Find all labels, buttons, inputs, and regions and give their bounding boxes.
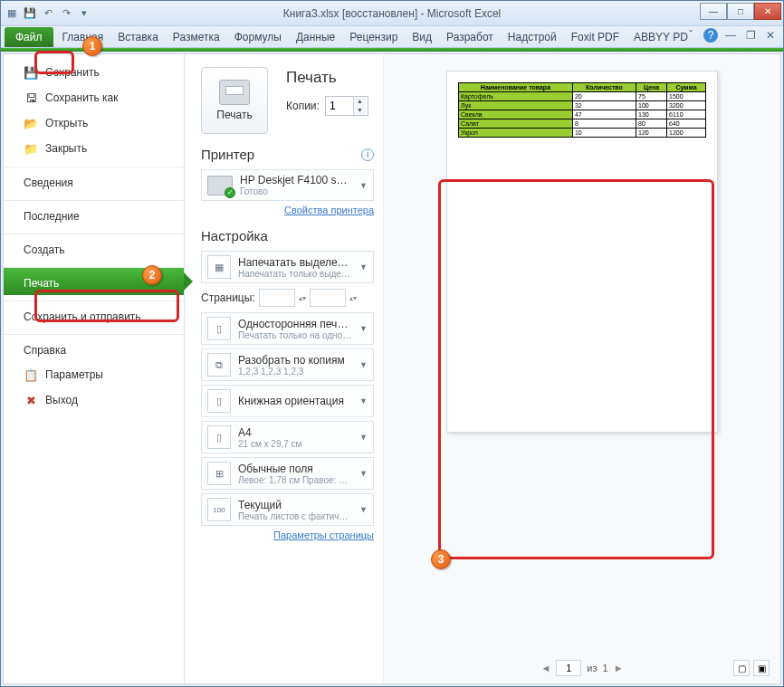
- help-icon[interactable]: ?: [703, 28, 718, 43]
- tab-home[interactable]: Главная: [55, 27, 111, 47]
- cell: Картофель: [459, 92, 573, 101]
- papersize-select[interactable]: ▯ A421 см x 29,7 см ▼: [201, 421, 374, 453]
- opt-main: Односторонняя печать: [238, 318, 352, 330]
- save-icon: 💾: [24, 65, 38, 80]
- page-number-input[interactable]: [556, 660, 581, 676]
- label: Сохранить: [45, 66, 100, 79]
- settings-section-heading: Настройка: [201, 228, 268, 243]
- printer-select[interactable]: ✓ HP Deskjet F4100 series Готово ▼: [201, 169, 374, 201]
- cell: Лук: [459, 101, 573, 110]
- tab-review[interactable]: Рецензир: [342, 27, 405, 47]
- copies-input[interactable]: ▲▼: [325, 96, 368, 116]
- sidebar-item-new[interactable]: Создать: [4, 234, 184, 262]
- printer-section-heading: Принтер: [201, 147, 254, 162]
- sidebar-item-save-as[interactable]: 🖫Сохранить как: [4, 85, 184, 110]
- spin-icon[interactable]: ▴▾: [299, 294, 306, 302]
- chevron-down-icon: ▼: [359, 262, 368, 272]
- tab-insert[interactable]: Вставка: [110, 27, 166, 47]
- label: Выход: [45, 394, 78, 406]
- label: Создать: [24, 243, 65, 256]
- chevron-down-icon: ▼: [359, 469, 368, 478]
- undo-icon[interactable]: ↶: [41, 6, 55, 21]
- tab-view[interactable]: Вид: [405, 27, 439, 47]
- chevron-down-icon: ▼: [359, 505, 368, 514]
- cell: 32: [572, 101, 636, 110]
- opt-main: Книжная ориентация: [238, 395, 352, 407]
- label: Сведения: [24, 177, 73, 189]
- sidebar-item-print[interactable]: Печать: [4, 267, 184, 295]
- spin-down-icon[interactable]: ▼: [354, 106, 366, 115]
- qat-more-icon[interactable]: ▾: [77, 6, 91, 21]
- opt-sub: 21 см x 29,7 см: [238, 439, 352, 449]
- scale-icon: 100: [207, 498, 231, 521]
- pages-label: Страницы:: [201, 291, 255, 304]
- margins-icon: ⊞: [207, 462, 231, 485]
- tab-data[interactable]: Данные: [289, 27, 342, 47]
- label: Закрыть: [45, 142, 87, 155]
- sidebar-item-exit[interactable]: ✖Выход: [4, 387, 184, 413]
- doc-minimize-icon[interactable]: —: [723, 28, 738, 43]
- sidebar-item-save[interactable]: 💾Сохранить: [4, 60, 184, 85]
- th: Цена: [636, 83, 667, 92]
- th: Количество: [572, 83, 636, 92]
- tab-file[interactable]: Файл: [5, 27, 53, 47]
- print-button[interactable]: Печать: [201, 67, 268, 134]
- preview-page: Наименование товара Количество Цена Сумм…: [446, 71, 718, 433]
- title-bar: ▦ 💾 ↶ ↷ ▾ Книга3.xlsx [восстановлен] - M…: [1, 1, 783, 26]
- close-button[interactable]: ✕: [754, 3, 781, 20]
- sidebar-item-close[interactable]: 📁Закрыть: [4, 136, 184, 161]
- margins-select[interactable]: ⊞ Обычные поляЛевое: 1,78 см Правое: 1,……: [201, 457, 374, 490]
- th: Сумма: [667, 83, 706, 92]
- doc-restore-icon[interactable]: ❐: [743, 28, 758, 43]
- label: Сохранить и отправить: [24, 310, 141, 323]
- sidebar-item-options[interactable]: 📋Параметры: [4, 362, 184, 387]
- doc-close-icon[interactable]: ✕: [763, 28, 778, 43]
- tab-formulas[interactable]: Формулы: [227, 27, 289, 47]
- tab-dev[interactable]: Разработ: [439, 27, 501, 47]
- spin-up-icon[interactable]: ▲: [354, 97, 366, 106]
- label: Параметры: [45, 368, 103, 381]
- opt-sub: Напечатать только выделен…: [238, 269, 352, 279]
- tab-addins[interactable]: Надстрой: [501, 27, 564, 47]
- redo-icon[interactable]: ↷: [59, 6, 73, 21]
- sidebar-item-help[interactable]: Справка: [4, 334, 184, 362]
- save-icon[interactable]: 💾: [23, 6, 37, 21]
- next-page-icon[interactable]: ►: [614, 663, 624, 673]
- collate-select[interactable]: ⧉ Разобрать по копиям1,2,3 1,2,3 1,2,3 ▼: [201, 348, 374, 381]
- zoom-to-page-icon[interactable]: ▢: [733, 660, 750, 676]
- minimize-ribbon-icon[interactable]: ˇ: [684, 28, 698, 43]
- opt-sub: Печать листов с фактическ…: [238, 511, 352, 521]
- scaling-select[interactable]: 100 ТекущийПечать листов с фактическ… ▼: [201, 493, 374, 526]
- info-icon[interactable]: i: [361, 148, 374, 161]
- show-margins-icon[interactable]: ▣: [753, 660, 770, 676]
- copies-value[interactable]: [326, 100, 353, 112]
- sides-select[interactable]: ▯ Односторонняя печатьПечатать только на…: [201, 312, 374, 345]
- page-icon: ▯: [207, 317, 231, 340]
- sidebar-item-recent[interactable]: Последние: [4, 200, 184, 228]
- cell: 8: [572, 119, 636, 129]
- print-what-select[interactable]: ▦ Напечатать выделенный фр…Напечатать то…: [201, 251, 374, 283]
- tab-layout[interactable]: Разметка: [166, 27, 227, 47]
- label: Печать: [24, 277, 59, 290]
- print-heading: Печать: [286, 69, 368, 87]
- prev-page-icon[interactable]: ◄: [540, 663, 550, 673]
- pages-from-input[interactable]: [259, 289, 295, 307]
- tab-foxit[interactable]: Foxit PDF: [564, 27, 626, 47]
- close-folder-icon: 📁: [24, 141, 38, 156]
- print-button-label: Печать: [216, 109, 252, 121]
- printer-device-icon: ✓: [207, 176, 233, 196]
- cell: 640: [667, 119, 706, 129]
- orientation-select[interactable]: ▯ Книжная ориентация ▼: [201, 385, 374, 417]
- cell: Салат: [459, 119, 573, 129]
- sidebar-item-open[interactable]: 📂Открыть: [4, 110, 184, 136]
- minimize-button[interactable]: —: [700, 3, 727, 20]
- page-setup-link[interactable]: Параметры страницы: [201, 530, 374, 540]
- window-title: Книга3.xlsx [восстановлен] - Microsoft E…: [283, 7, 501, 20]
- spin-icon[interactable]: ▴▾: [349, 294, 357, 302]
- maximize-button[interactable]: □: [727, 3, 754, 20]
- sidebar-item-send[interactable]: Сохранить и отправить: [4, 301, 184, 329]
- pages-to-input[interactable]: [310, 289, 346, 307]
- sidebar-item-info[interactable]: Сведения: [4, 167, 184, 195]
- printer-properties-link[interactable]: Свойства принтера: [201, 205, 374, 215]
- ribbon-tabs: Файл Главная Вставка Разметка Формулы Да…: [1, 26, 783, 48]
